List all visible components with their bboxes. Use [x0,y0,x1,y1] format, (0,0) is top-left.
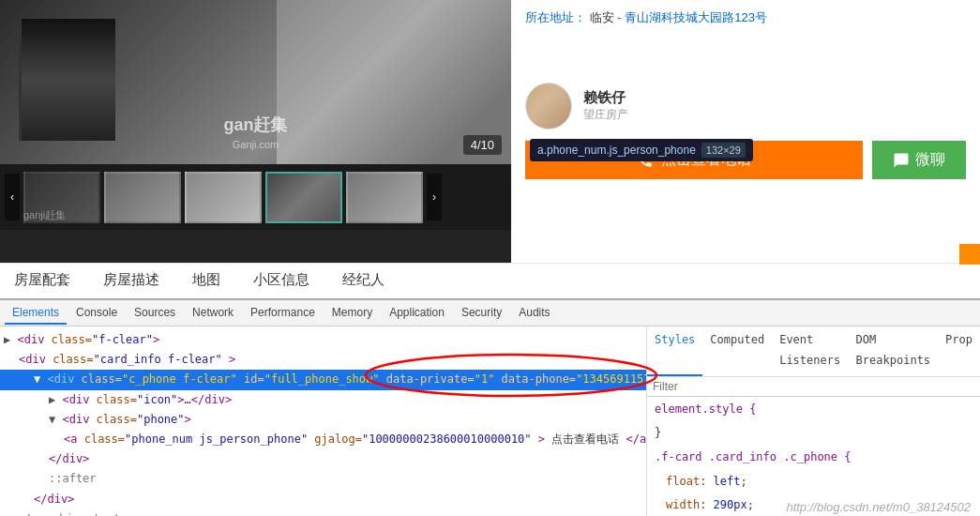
tab-agent[interactable]: 经纪人 [338,264,389,298]
styles-tab-dom-breakpoints[interactable]: DOM Breakpoints [849,326,938,376]
watermark-logo: gan赶集 [223,114,287,136]
watermark-sub: Ganji.com [233,139,279,150]
css-rule-close-1: } [647,421,980,446]
thumb-watermark: ganji赶集 [23,208,66,222]
styles-tab-prop[interactable]: Prop [938,326,980,376]
agent-info: 赖铁仔 望庄房产 [583,89,966,123]
agent-avatar [525,83,572,129]
bottom-watermark: http://blog.csdn.net/m0_38124502 [786,500,971,514]
agent-company: 望庄房产 [583,107,966,123]
dom-line-10: <!--webim start--> [0,509,646,516]
dom-line-4: ▶ <div class="icon">…</div> [0,390,646,410]
thumb-next[interactable]: › [427,174,442,220]
tab-features[interactable]: 房屋配套 [9,264,75,298]
info-panel: 所在地址： 临安 - 青山湖科技城大园路123号 赖铁仔 望庄房产 点击查看电话 [511,0,980,263]
dom-line-7: </div> [0,449,646,469]
devtools-panel: Elements Console Sources Network Perform… [0,298,980,516]
styles-tab-bar: Styles Computed Event Listeners DOM Brea… [647,326,980,377]
thumb-prev[interactable]: ‹ [5,174,20,220]
gallery-area: gan赶集 Ganji.com 4/10 ‹ › ganji赶集 [0,0,511,263]
dom-panel: ▶ <div class="f-clear"> <div class="card… [0,326,647,516]
tooltip-selector: a.phone_num.js_person_phone [537,144,696,157]
styles-tab-computed[interactable]: Computed [702,326,772,376]
devtools-tab-bar: Elements Console Sources Network Perform… [0,300,980,326]
devtools-tab-network[interactable]: Network [185,302,241,325]
thumbnail-3[interactable] [185,172,262,223]
address-label: 所在地址： [525,10,586,24]
styles-filter-input[interactable] [647,377,980,397]
styles-tab-styles[interactable]: Styles [647,326,702,376]
devtools-tab-performance[interactable]: Performance [243,302,323,325]
thumbnail-4[interactable] [265,172,342,223]
address-detail[interactable]: 青山湖科技城大园路123号 [625,10,767,24]
dom-line-9: </div> [0,490,646,509]
property-page: gan赶集 Ganji.com 4/10 ‹ › ganji赶集 所在地址： 临… [0,0,980,263]
main-image: gan赶集 Ganji.com 4/10 [0,0,511,164]
image-counter: 4/10 [463,135,502,155]
devtools-tab-sources[interactable]: Sources [127,302,183,325]
dom-line-highlighted[interactable]: ▼ <div class="c_phone f-clear" id="full_… [0,370,646,389]
agent-name: 赖铁仔 [583,89,966,107]
dom-line-6[interactable]: <a class="phone_num js_person_phone" gja… [0,430,646,449]
address-city: 临安 [590,10,614,24]
chat-icon [893,152,910,169]
orange-square-decoration [959,244,980,265]
chat-button[interactable]: 微聊 [872,141,966,179]
thumbnail-strip: ‹ › ganji赶集 [0,164,511,230]
property-nav-tabs: 房屋配套 房屋描述 地图 小区信息 经纪人 [0,263,980,298]
dom-line-5: ▼ <div class="phone"> [0,410,646,430]
tooltip-size: 132×29 [701,143,746,158]
css-rule-card: .f-card .card_info .c_phone { [647,446,980,470]
styles-tab-event-listeners[interactable]: Event Listeners [772,326,848,376]
dom-line-8: ::after [0,469,646,489]
css-rule-element: element.style { [647,398,980,422]
css-prop-float: float: left; [647,470,980,494]
address-separator: - [617,10,625,24]
dom-line-2: <div class="card_info f-clear" > [0,350,646,370]
devtools-tab-security[interactable]: Security [454,302,509,325]
agent-section: 赖铁仔 望庄房产 [525,83,966,129]
tab-map[interactable]: 地图 [188,264,225,298]
thumbnail-5[interactable] [346,172,423,223]
element-tooltip: a.phone_num.js_person_phone 132×29 [530,139,753,161]
chat-btn-label: 微聊 [915,150,945,170]
devtools-tab-console[interactable]: Console [68,302,125,325]
dom-line-1: ▶ <div class="f-clear"> [0,330,646,350]
thumbnail-2[interactable] [104,172,181,223]
devtools-body: ▶ <div class="f-clear"> <div class="card… [0,326,980,516]
tab-description[interactable]: 房屋描述 [98,264,164,298]
devtools-tab-application[interactable]: Application [382,302,452,325]
devtools-tab-audits[interactable]: Audits [511,302,557,325]
tab-community[interactable]: 小区信息 [249,264,314,298]
address-line: 所在地址： 临安 - 青山湖科技城大园路123号 [525,9,966,26]
styles-panel: Styles Computed Event Listeners DOM Brea… [647,326,980,516]
devtools-tab-elements[interactable]: Elements [5,302,67,325]
dom-arrow-1[interactable]: ▶ [4,333,10,346]
devtools-tab-memory[interactable]: Memory [324,302,380,325]
